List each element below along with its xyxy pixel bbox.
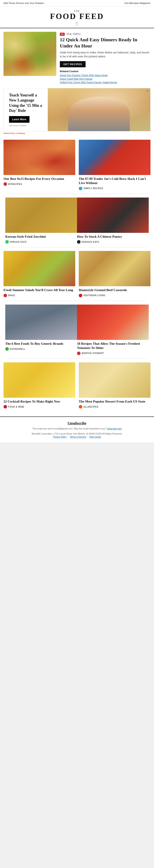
privacy-policy-link[interactable]: Privacy Policy (53, 436, 67, 438)
divider-1: / (68, 436, 69, 438)
source-name: ALLRECIPES (83, 406, 98, 408)
article-thumb (77, 197, 149, 233)
article-card[interactable]: Our Best 9x13 Recipes For Every Occasion… (3, 137, 77, 193)
powered-by-label: Powered by (3, 132, 15, 134)
article-source: EATINGWELL (5, 347, 77, 351)
unsubscribe-link[interactable]: Unsubscribe (3, 421, 151, 425)
article-card[interactable]: Homestyle Ground Beef CasseroleSOUTHERN … (77, 248, 151, 300)
article-source: BH&G (3, 294, 75, 297)
source-name: SERIOUS EATS (82, 241, 99, 243)
article-thumb-inner (77, 197, 149, 233)
source-icon (3, 294, 7, 297)
article-card[interactable]: The 6 Best Foods To Buy Generic BrandsEA… (3, 302, 77, 358)
article-title: The $7.99 Trader Joe's Cold Brew Hack I … (79, 177, 151, 185)
related-link-1[interactable]: Sheet Pan Chicken Thighs With Salsa Verd… (60, 74, 151, 76)
article-source: MARTHA STEWART (77, 351, 149, 355)
article-thumb-inner (79, 140, 151, 175)
article-card[interactable]: The Most Popular Dessert From Each US St… (77, 360, 151, 411)
article-thumb-inner (3, 251, 75, 286)
powered-by: Powered by LiveRamp (0, 131, 154, 135)
related-content-title: Related Content (60, 70, 151, 72)
source-name: SPRUCE EATS (10, 241, 27, 243)
learn-more-button[interactable]: Learn More (9, 116, 30, 123)
ad-image: ▶ (48, 88, 150, 131)
ad-badge: ▶ (147, 90, 149, 92)
article-card[interactable]: The $7.99 Trader Joe's Cold Brew Hack I … (77, 137, 151, 193)
hero-image-inner (3, 32, 56, 76)
top-bar-right-link[interactable]: Get Allrecipes Magazine (124, 2, 151, 4)
article-title: 18 Recipes That Allow The Season's Fresh… (77, 342, 149, 350)
hero-badge: PS (60, 33, 65, 36)
article-source: FOOD & WINE (3, 405, 75, 408)
article-source: MYRECIPES (3, 182, 75, 186)
hero-content: PS REAL SIMPLE 12 Quick And Easy Dinners… (60, 32, 151, 85)
source-name: MARTHA STEWART (82, 352, 104, 354)
related-link-2[interactable]: Swiss Chard Mac And Cheese (60, 78, 151, 80)
article-thumb-inner (77, 305, 149, 340)
related-link-3[interactable]: Grilled Pork Chops With Peach-Parsley Sa… (60, 81, 151, 84)
article-thumb (79, 251, 151, 286)
article-title: Homestyle Ground Beef Casserole (79, 288, 151, 292)
email-wrapper: Add These Dinners Into Your Rotation Get… (0, 0, 154, 442)
article-source: ALLRECIPES (79, 405, 151, 408)
hero-description: Aside from being easy to make, these dis… (60, 51, 151, 59)
source-icon (79, 294, 82, 297)
article-title: 22 Cocktail Recipes To Make Right Now (3, 399, 75, 404)
article-card[interactable]: Korean-Style Fried ZucchiniSPRUCE EATS (3, 195, 77, 247)
article-card[interactable]: 22 Cocktail Recipes To Make Right NowFOO… (3, 360, 77, 411)
footer-email-text: This email was sent to email@gmail.com |… (32, 428, 107, 430)
article-title: Fresh Summer Salads You'll Crave All Yea… (3, 288, 75, 292)
footer-company: Meredith Corporation, 1716 Locust Street… (3, 432, 151, 436)
ad-sponsored: Sponsored | Babbel (9, 124, 42, 127)
article-card[interactable]: 18 Recipes That Allow The Season's Fresh… (77, 302, 151, 358)
source-name: EATINGWELL (10, 348, 25, 350)
get-recipes-button[interactable]: GET RECIPES (60, 61, 86, 67)
powered-by-brand: LiveRamp (15, 132, 25, 134)
article-card[interactable]: How To Stock A Chinese PantrySERIOUS EAT… (77, 195, 151, 247)
top-bar-left-link[interactable]: Add These Dinners Into Your Rotation (3, 2, 44, 4)
ad-section: Teach Yourself a New Language Using the … (3, 88, 151, 131)
article-grid: Our Best 9x13 Recipes For Every Occasion… (0, 135, 154, 413)
footer: Unsubscribe This email was sent to email… (0, 416, 154, 442)
top-bar: Add These Dinners Into Your Rotation Get… (0, 0, 154, 6)
hero-badge-row: PS REAL SIMPLE (60, 32, 151, 37)
article-source: SOUTHERN LIVING (79, 294, 151, 297)
article-thumb (79, 140, 151, 175)
article-thumb (5, 305, 77, 340)
source-name: FOOD & WINE (8, 406, 24, 408)
article-thumb-inner (5, 305, 77, 340)
hero-image (3, 32, 56, 76)
article-source: SPRUCE EATS (5, 240, 77, 244)
source-icon (79, 405, 82, 408)
ad-content: Teach Yourself a New Language Using the … (4, 88, 48, 131)
hero-section: PS REAL SIMPLE 12 Quick And Easy Dinners… (0, 28, 154, 88)
section-divider (7, 359, 147, 359)
article-title: Our Best 9x13 Recipes For Every Occasion (3, 177, 75, 181)
source-name: SOUTHERN LIVING (83, 294, 105, 297)
section-divider (7, 194, 147, 194)
article-source: SIMPLY RECIPES (79, 187, 151, 190)
header-title: FOOD FEED (0, 12, 154, 20)
terms-link[interactable]: Terms of Service (70, 436, 86, 438)
hero-title: 12 Quick And Easy Dinners Ready In Under… (60, 37, 151, 49)
site-header: THE FOOD FEED 🍴 (0, 6, 154, 28)
source-name: SIMPLY RECIPES (83, 187, 103, 190)
subscribe-link[interactable]: Subscribe here (107, 428, 122, 430)
article-thumb (3, 140, 75, 175)
hero-badge-label: REAL SIMPLE (67, 33, 81, 35)
ad-title: Teach Yourself a New Language Using the … (9, 93, 42, 114)
source-icon (77, 351, 80, 355)
article-title: The 6 Best Foods To Buy Generic Brands (5, 342, 77, 346)
related-content: Related Content Sheet Pan Chicken Thighs… (60, 70, 151, 84)
help-link[interactable]: Help Center (89, 436, 101, 438)
article-title: Korean-Style Fried Zucchini (5, 235, 77, 239)
source-icon (79, 187, 82, 190)
article-thumb (5, 197, 77, 233)
source-icon (5, 240, 9, 244)
article-thumb (3, 362, 75, 398)
article-thumb-inner (5, 197, 77, 233)
source-icon (77, 240, 80, 244)
footer-email-info: This email was sent to email@gmail.com |… (3, 427, 151, 430)
article-card[interactable]: Fresh Summer Salads You'll Crave All Yea… (3, 248, 77, 300)
article-thumb-inner (79, 362, 151, 398)
